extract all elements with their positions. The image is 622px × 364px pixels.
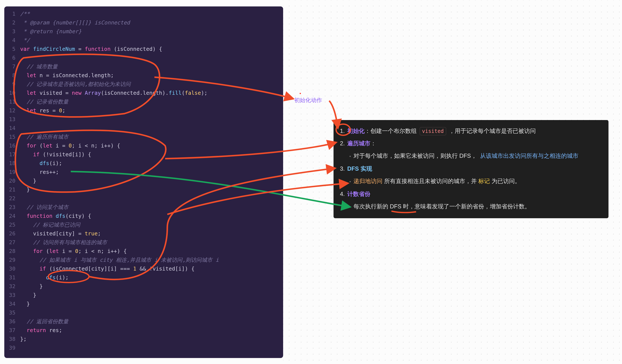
code-line[interactable]: res++; [20, 168, 219, 176]
line-number: 10 [4, 89, 16, 97]
code-line[interactable]: } [20, 176, 219, 185]
line-number: 4 [4, 36, 16, 45]
code-line[interactable]: // 访问所有与城市相连的城市 [20, 238, 219, 247]
code-line[interactable]: * @param {number[][]} isConnected [20, 18, 219, 27]
code-line[interactable] [20, 308, 219, 317]
code-line[interactable]: } [20, 291, 219, 299]
explanation-item: 1.初始化：创建一个布尔数组 visited ，用于记录每个城市是否已被访问 [340, 125, 603, 137]
explanation-subitem: •每次执行新的 DFS 时，意味着发现了一个新的省份，增加省份计数。 [340, 200, 603, 213]
code-line[interactable]: // 访问某个城市 [20, 203, 219, 212]
line-number: 6 [4, 53, 16, 62]
line-number: 25 [4, 220, 16, 229]
line-number: 29 [4, 255, 16, 264]
line-number: 26 [4, 229, 16, 238]
line-number: 2 [4, 18, 16, 27]
line-number: 11 [4, 97, 16, 106]
line-number: 18 [4, 159, 16, 168]
line-gutter: 1234567891011121314151617181920212223242… [4, 6, 19, 358]
code-editor: 1234567891011121314151617181920212223242… [4, 6, 283, 358]
line-number: 15 [4, 132, 16, 141]
code-line[interactable]: let visited = new Array(isConnected.leng… [20, 89, 219, 97]
line-number: 19 [4, 168, 16, 176]
code-line[interactable]: visited[city] = true; [20, 229, 219, 238]
line-number: 5 [4, 45, 16, 53]
code-line[interactable]: var findCircleNum = function (isConnecte… [20, 45, 219, 53]
line-number: 28 [4, 247, 16, 255]
code-line[interactable]: */ [20, 36, 219, 45]
code-line[interactable]: for (let i = 0; i < n; i++) { [20, 247, 219, 255]
code-line[interactable]: // 城市数量 [20, 62, 219, 71]
line-number: 9 [4, 80, 16, 89]
line-number: 34 [4, 299, 16, 308]
code-line[interactable] [20, 344, 219, 352]
explanation-item: 3.DFS 实现 [340, 163, 603, 175]
line-number: 22 [4, 194, 16, 203]
code-line[interactable]: if (isConnected[city][i] === 1 && !visit… [20, 264, 219, 273]
code-line[interactable]: // 返回省份数量 [20, 317, 219, 326]
line-number: 1 [4, 9, 16, 18]
code-line[interactable] [20, 53, 219, 62]
code-line[interactable] [20, 115, 219, 124]
explanation-item: 4.计数省份 [340, 188, 603, 200]
line-number: 16 [4, 141, 16, 150]
line-number: 21 [4, 185, 16, 194]
explanation-subitem: •递归地访问 所有直接相连且未被访问的城市，并 标记 为已访问。 [340, 175, 603, 188]
line-number: 35 [4, 308, 16, 317]
code-line[interactable]: if (!visited[i]) { [20, 150, 219, 159]
line-number: 37 [4, 326, 16, 335]
code-area[interactable]: /** * @param {number[][]} isConnected * … [19, 6, 219, 358]
code-line[interactable]: /** [20, 9, 219, 18]
code-line[interactable]: } [20, 185, 219, 194]
explanation-item: 2.遍历城市： [340, 137, 603, 150]
code-line[interactable]: // 记录省份数量 [20, 97, 219, 106]
explanation-panel: 1.初始化：创建一个布尔数组 visited ，用于记录每个城市是否已被访问2.… [333, 120, 608, 218]
line-number: 23 [4, 203, 16, 212]
line-number: 8 [4, 71, 16, 80]
code-line[interactable]: } [20, 282, 219, 291]
line-number: 12 [4, 106, 16, 115]
line-number: 27 [4, 238, 16, 247]
line-number: 33 [4, 291, 16, 299]
annotation-label-init: 初始化动作 [294, 96, 322, 104]
line-number: 39 [4, 344, 16, 352]
code-line[interactable] [20, 124, 219, 132]
code-line[interactable]: let res = 0; [20, 106, 219, 115]
code-line[interactable]: for (let i = 0; i < n; i++) { [20, 141, 219, 150]
code-line[interactable]: // 如果城市 i 与城市 city 相连,并且城市 i 未被访问,则访问城市 … [20, 255, 219, 264]
code-line[interactable]: // 遍历所有城市 [20, 132, 219, 141]
code-line[interactable] [20, 194, 219, 203]
line-number: 30 [4, 264, 16, 273]
line-number: 20 [4, 176, 16, 185]
line-number: 24 [4, 212, 16, 220]
code-line[interactable]: // 标记城市已访问 [20, 220, 219, 229]
line-number: 36 [4, 317, 16, 326]
explanation-subitem: •对于每个城市，如果它未被访问，则执行 DFS， 从该城市出发访问所有与之相连的… [340, 150, 603, 163]
code-line[interactable]: let n = isConnected.length; [20, 71, 219, 80]
code-line[interactable]: // 记录城市是否被访问,都初始化为未访问 [20, 80, 219, 89]
code-line[interactable]: } [20, 299, 219, 308]
code-line[interactable]: return res; [20, 326, 219, 335]
line-number: 31 [4, 273, 16, 282]
line-number: 3 [4, 27, 16, 36]
code-line[interactable]: function dfs(city) { [20, 212, 219, 220]
line-number: 38 [4, 335, 16, 344]
line-number: 32 [4, 282, 16, 291]
code-line[interactable]: * @return {number} [20, 27, 219, 36]
code-line[interactable]: dfs(i); [20, 273, 219, 282]
code-line[interactable]: dfs(i); [20, 159, 219, 168]
line-number: 13 [4, 115, 16, 124]
line-number: 14 [4, 124, 16, 132]
line-number: 7 [4, 62, 16, 71]
code-line[interactable]: }; [20, 335, 219, 344]
line-number: 17 [4, 150, 16, 159]
